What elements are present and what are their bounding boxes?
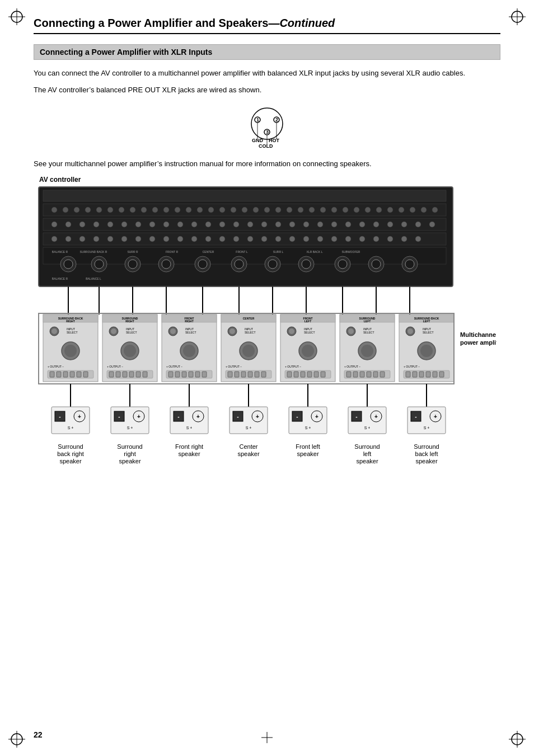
svg-rect-230 [228,372,232,377]
svg-text:SELECT: SELECT [126,331,137,334]
svg-text:BALANCE R: BALANCE R [52,277,68,280]
svg-text:S  +: S + [246,426,252,430]
svg-point-51 [309,207,315,213]
svg-rect-181 [77,372,81,377]
svg-point-53 [331,207,337,213]
svg-point-30 [74,207,79,213]
svg-text:+: + [78,414,81,420]
svg-point-111 [303,236,309,242]
svg-text:HOT: HOT [269,138,280,143]
svg-point-68 [107,222,113,227]
svg-rect-250 [301,372,305,377]
svg-text:SELECT: SELECT [67,331,77,334]
svg-point-58 [387,207,393,213]
svg-point-277 [407,328,413,334]
body-para-1: You can connect the AV controller to a m… [34,68,500,79]
svg-text:-: - [355,414,357,420]
svg-rect-197 [123,372,127,377]
svg-text:COLD: COLD [259,143,273,149]
svg-text:Surround: Surround [414,443,439,450]
svg-point-75 [205,222,211,227]
svg-point-106 [233,236,239,242]
svg-point-42 [208,207,214,213]
svg-text:BALANCE L: BALANCE L [86,277,101,280]
svg-rect-182 [83,372,88,377]
svg-point-49 [287,207,292,213]
svg-point-41 [197,207,203,213]
svg-rect-195 [109,372,114,377]
svg-text:+  OUTPUT  −: + OUTPUT − [285,365,301,368]
svg-point-28 [51,207,57,213]
svg-rect-267 [353,372,358,377]
svg-text:Surround: Surround [117,443,142,450]
svg-text:RIGHT: RIGHT [185,320,194,323]
page-title: Connecting a Power Amplifier and Speaker… [34,17,500,30]
svg-point-52 [320,207,326,213]
svg-point-80 [275,222,281,227]
svg-point-105 [219,236,225,242]
svg-text:+: + [137,414,140,420]
svg-text:SURR L: SURR L [273,250,284,253]
svg-point-149 [372,260,381,269]
svg-point-73 [177,222,183,227]
svg-point-34 [119,207,124,213]
svg-text:SURROUND BACK R: SURROUND BACK R [80,250,107,253]
svg-rect-269 [367,372,371,377]
svg-text:-: - [118,414,120,420]
svg-point-93 [51,236,57,242]
svg-text:back left: back left [415,450,438,457]
svg-point-47 [264,207,270,213]
svg-rect-271 [380,372,385,377]
svg-rect-217 [195,372,200,377]
svg-point-114 [345,236,351,242]
svg-rect-214 [175,372,180,377]
svg-rect-179 [63,372,68,377]
svg-point-108 [261,236,267,242]
svg-point-170 [51,328,57,334]
svg-rect-268 [360,372,364,377]
svg-point-65 [65,222,71,227]
svg-rect-196 [116,372,120,377]
svg-text:+: + [374,414,378,420]
svg-point-40 [186,207,191,213]
svg-rect-200 [143,372,147,377]
svg-rect-216 [189,372,193,377]
svg-rect-248 [287,372,292,377]
svg-text:+: + [256,414,259,420]
svg-text:speaker: speaker [356,458,378,464]
svg-point-46 [253,207,259,213]
svg-point-33 [107,207,113,213]
svg-point-206 [170,328,176,334]
svg-point-117 [387,236,393,242]
svg-rect-235 [261,372,266,377]
svg-text:CENTER: CENTER [203,250,214,253]
svg-point-69 [121,222,127,227]
svg-point-72 [163,222,169,227]
svg-text:+  OUTPUT  −: + OUTPUT − [166,365,182,368]
svg-point-227 [242,345,255,357]
svg-point-54 [343,207,348,213]
svg-text:+  OUTPUT  −: + OUTPUT − [48,365,64,368]
xlr-diagram: 1 2 3 GND HOT COLD [34,104,500,151]
svg-point-174 [64,345,77,357]
svg-text:speaker: speaker [237,450,259,457]
svg-rect-63 [43,218,446,231]
svg-point-84 [331,222,337,227]
svg-point-94 [65,236,71,242]
svg-point-59 [399,207,404,213]
section-heading: Connecting a Power Amplifier with XLR In… [34,44,500,60]
svg-text:back right: back right [57,450,84,457]
svg-text:FRONT L: FRONT L [236,250,248,253]
svg-rect-270 [373,372,378,377]
svg-rect-234 [255,372,259,377]
svg-point-103 [191,236,197,242]
svg-text:speaker: speaker [59,458,81,464]
svg-text:3: 3 [266,129,269,135]
svg-point-86 [359,222,365,227]
svg-point-81 [289,222,295,227]
svg-point-37 [152,207,158,213]
svg-rect-198 [129,372,134,377]
svg-point-64 [51,222,57,227]
svg-point-99 [135,236,141,242]
svg-point-96 [93,236,99,242]
